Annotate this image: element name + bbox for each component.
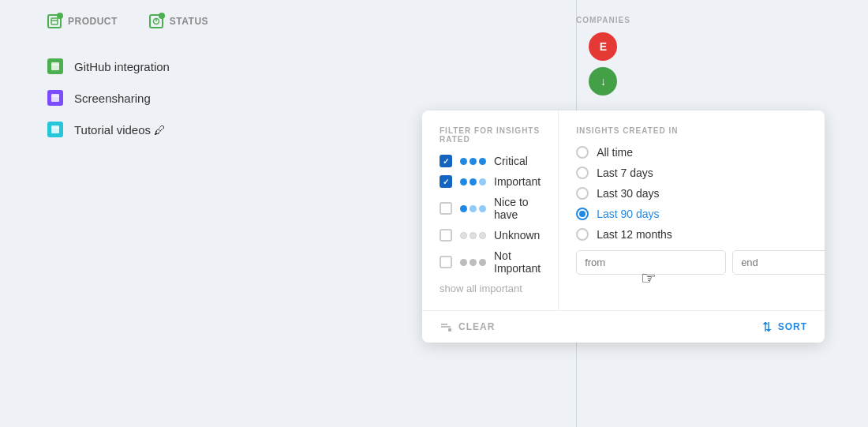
svg-line-13 (449, 329, 451, 331)
sidebar-item-screensharing[interactable]: Screensharing (47, 82, 821, 114)
dot-group-nice (460, 205, 486, 212)
date-inputs (576, 250, 825, 275)
dot-3 (479, 259, 486, 266)
checkbox-nice[interactable] (440, 202, 452, 215)
filter-popup-footer: CLEAR SORT (422, 310, 825, 343)
svg-rect-6 (51, 94, 59, 102)
filter-right-panel: INSIGHTS CREATED IN All time Last 7 days… (559, 110, 825, 310)
nav-product-label: PRODUCT (68, 16, 118, 27)
checkbox-not-important[interactable] (440, 256, 452, 268)
dot-2 (470, 259, 477, 266)
radio-last-12-label: Last 12 months (597, 228, 672, 241)
main-container: PRODUCT STATUS GitHub integration (0, 0, 868, 427)
dot-3 (479, 158, 486, 165)
filter-label-important: Important (494, 175, 541, 188)
svg-rect-0 (51, 18, 58, 24)
filter-label-not-important: Not Important (494, 249, 541, 275)
radio-last-12-months[interactable]: Last 12 months (576, 228, 825, 241)
checkbox-critical[interactable] (440, 155, 452, 167)
dot-group-not-important (460, 259, 486, 266)
filter-row-critical[interactable]: Critical (440, 155, 541, 167)
dot-2 (470, 232, 477, 239)
clear-button[interactable]: CLEAR (440, 320, 495, 333)
sort-icon (759, 320, 772, 333)
checkbox-important[interactable] (440, 175, 452, 188)
radio-last-90[interactable]: Last 90 days (576, 208, 825, 220)
dot-group-critical (460, 158, 486, 165)
companies-label: COMPANIES (576, 16, 630, 24)
radio-last-7[interactable]: Last 7 days (576, 167, 825, 179)
radio-all-time-label: All time (597, 146, 633, 159)
sidebar-tutorial-label: Tutorial videos 🖊 (74, 123, 166, 137)
radio-all-time-input[interactable] (576, 146, 589, 159)
company-down-avatar[interactable]: ↓ (589, 67, 617, 96)
dot-group-important (460, 178, 486, 185)
dot-group-unknown (460, 232, 486, 239)
filter-label-critical: Critical (494, 155, 528, 167)
radio-last-30-input[interactable] (576, 187, 589, 200)
status-dot (159, 13, 165, 19)
filter-row-not-important[interactable]: Not Important (440, 249, 541, 275)
product-icon (47, 14, 62, 28)
dot-3 (479, 178, 486, 185)
product-dot (57, 13, 63, 19)
status-icon (149, 14, 163, 28)
dot-1 (460, 178, 467, 185)
svg-rect-4 (51, 62, 59, 70)
radio-last-30-label: Last 30 days (597, 187, 659, 200)
radio-last-90-input[interactable] (576, 208, 589, 220)
nav-item-product[interactable]: PRODUCT (47, 14, 118, 28)
filter-row-unknown[interactable]: Unknown (440, 229, 541, 242)
nav-item-status[interactable]: STATUS (149, 14, 208, 28)
company-e-avatar[interactable]: E (589, 32, 617, 61)
companies-column: COMPANIES E ↓ (576, 16, 630, 96)
sort-label: SORT (778, 321, 807, 332)
dot-3 (479, 232, 486, 239)
svg-rect-8 (51, 125, 59, 133)
sidebar-github-label: GitHub integration (74, 60, 170, 73)
screensharing-icon (47, 90, 63, 106)
filter-row-nice[interactable]: Nice to have (440, 196, 541, 221)
filter-popup: FILTER FOR INSIGHTS RATED Critical (422, 110, 825, 343)
filter-label-nice: Nice to have (494, 196, 541, 221)
clear-icon (440, 320, 452, 333)
radio-last-7-label: Last 7 days (597, 167, 653, 179)
date-from-input[interactable] (576, 250, 726, 275)
sort-button[interactable]: SORT (759, 320, 807, 333)
radio-last-7-input[interactable] (576, 167, 589, 179)
nav-status-label: STATUS (170, 16, 208, 27)
dot-2 (470, 158, 477, 165)
sidebar-item-github[interactable]: GitHub integration (47, 51, 821, 82)
radio-last-12-input[interactable] (576, 228, 589, 241)
radio-last-30[interactable]: Last 30 days (576, 187, 825, 200)
radio-all-time[interactable]: All time (576, 146, 825, 159)
show-all-link[interactable]: show all important (440, 283, 541, 294)
filter-left-title: FILTER FOR INSIGHTS RATED (440, 126, 541, 144)
checkbox-unknown[interactable] (440, 229, 452, 242)
github-icon (47, 58, 63, 74)
filter-label-unknown: Unknown (494, 229, 540, 242)
dot-1 (460, 205, 467, 212)
dot-3 (479, 205, 486, 212)
filter-popup-body: FILTER FOR INSIGHTS RATED Critical (422, 110, 825, 310)
dot-2 (470, 178, 477, 185)
tutorial-icon (47, 122, 63, 137)
dot-1 (460, 232, 467, 239)
clear-label: CLEAR (458, 321, 495, 332)
filter-left-panel: FILTER FOR INSIGHTS RATED Critical (422, 110, 559, 310)
top-nav: PRODUCT STATUS (0, 0, 868, 43)
filter-right-title: INSIGHTS CREATED IN (576, 126, 825, 135)
dot-2 (470, 205, 477, 212)
filter-row-important[interactable]: Important (440, 175, 541, 188)
radio-last-90-label: Last 90 days (597, 208, 659, 220)
dot-1 (460, 259, 467, 266)
sidebar-screensharing-label: Screensharing (74, 92, 151, 105)
dot-1 (460, 158, 467, 165)
date-end-input[interactable] (732, 250, 825, 275)
